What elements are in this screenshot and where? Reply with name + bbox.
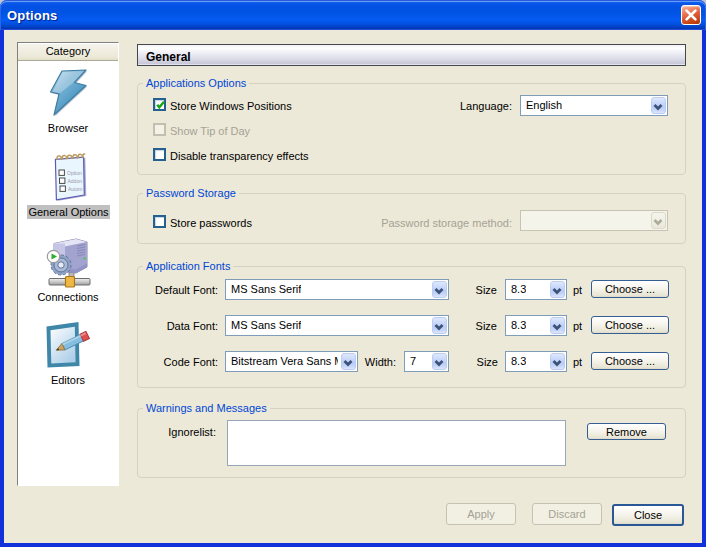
svg-text:Addon: Addon	[68, 178, 83, 184]
svg-text:Option: Option	[67, 170, 82, 176]
svg-text:Autom: Autom	[68, 186, 82, 192]
